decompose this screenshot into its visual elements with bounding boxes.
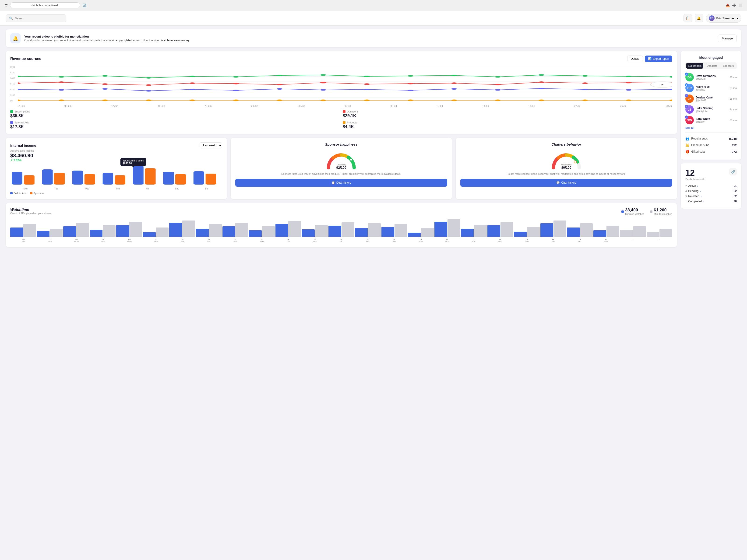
svg-point-29 — [233, 83, 239, 84]
watchtime-stats: 38,400 Minutes watched 61,200 Minutes bl… — [621, 208, 672, 215]
rank-number-2: 2 — [685, 83, 688, 86]
notification-banner: 🔔 Your recent video is eligible for mone… — [6, 29, 741, 47]
revenue-chart-area: $900$750$600$450$300$150$0 — [10, 66, 672, 107]
export-button[interactable]: 📊 Export report — [645, 56, 672, 62]
tab-subscribers[interactable]: Subscribers — [686, 63, 703, 69]
search-box[interactable]: 🔍 — [6, 15, 66, 22]
watchtime-card: Watchtime Count of ADs played on your st… — [6, 203, 677, 247]
dashboard-grid: Revenue sources Details 📊 Export report — [6, 51, 741, 247]
sponsorship-tooltip: Sponsorship deals $950,50 — [120, 158, 146, 166]
chat-history-icon: 💬 — [556, 181, 560, 184]
premium-subs-value: 352 — [731, 143, 737, 147]
svg-point-26 — [102, 83, 108, 85]
deal-history-button[interactable]: 📋 Deal history — [235, 179, 447, 187]
svg-point-63 — [320, 100, 326, 101]
export-icon: 📊 — [648, 57, 651, 60]
svg-point-47 — [320, 89, 326, 90]
internal-income-header: Internal income Last week — [10, 142, 222, 149]
svg-point-51 — [495, 89, 501, 90]
notification-text: Your recent video is eligible for moneti… — [24, 35, 714, 42]
svg-point-33 — [408, 83, 413, 84]
svg-rect-87 — [206, 174, 216, 185]
svg-point-53 — [582, 89, 588, 90]
search-input[interactable] — [15, 17, 63, 20]
right-panel: Most engaged Subscribers Donators Sponso… — [681, 51, 741, 247]
tab-sponsors[interactable]: Sponsors — [721, 63, 736, 69]
manage-button[interactable]: Manage — [718, 34, 737, 42]
watchtime-left: Watchtime Count of ADs played on your st… — [10, 208, 52, 215]
main-content: 🔔 Your recent video is eligible for mone… — [0, 26, 747, 251]
deal-stat-left: 1 Completed › — [686, 200, 704, 203]
tooltip-label: Sponsorship deals — [123, 159, 144, 162]
accumulated-value: $8.460,90 — [10, 153, 222, 159]
svg-point-28 — [189, 82, 195, 84]
svg-point-52 — [538, 88, 544, 89]
bookmarks-button[interactable]: 📋 — [684, 14, 692, 22]
rank-number-4: 4 — [685, 105, 688, 108]
svg-point-36 — [538, 81, 544, 83]
rank-avatar-4: 4 LS — [686, 105, 694, 114]
browser-url: dribbble.com/activeek — [10, 2, 80, 8]
top-nav: 🔍 📋 🔔 ES Eric Streamer ▾ — [0, 11, 747, 26]
refresh-icon[interactable]: 🔄 — [82, 3, 86, 7]
bar-labels: MonTueWedThuFriSatSun — [10, 187, 222, 190]
regular-subs-label: Regular subs — [691, 137, 708, 140]
svg-rect-77 — [54, 173, 65, 185]
notifications-button[interactable]: 🔔 — [695, 14, 703, 22]
stat-donations: Donations $29.1K — [343, 110, 672, 118]
page: 🔍 📋 🔔 ES Eric Streamer ▾ 🔔 Your recent v… — [0, 11, 747, 560]
sponsor-happiness-desc: Sponsor rates your way of advertising th… — [235, 172, 447, 176]
svg-point-62 — [277, 100, 282, 101]
svg-rect-80 — [103, 173, 113, 185]
revenue-header: Revenue sources Details 📊 Export report — [10, 56, 672, 62]
svg-point-18 — [451, 75, 457, 76]
add-tab-icon[interactable]: ➕ — [732, 3, 736, 7]
svg-point-30 — [277, 84, 282, 85]
nav-right: 📋 🔔 ES Eric Streamer ▾ — [684, 14, 741, 23]
svg-rect-74 — [12, 172, 22, 185]
svg-point-41 — [58, 89, 64, 90]
svg-point-54 — [626, 89, 632, 90]
bar-chart-svg — [10, 165, 222, 186]
week-select[interactable]: Last week — [200, 142, 222, 149]
engaged-info-3: Jordan Kane @jordie12 — [696, 96, 728, 102]
rank-avatar-5: 5 SW — [686, 116, 694, 124]
deal-stat-left: 4 Pending › — [686, 189, 701, 193]
regular-subs-icon: 👥 — [686, 137, 689, 140]
deals-label: Deals this month — [686, 178, 704, 181]
svg-point-22 — [626, 76, 632, 77]
stat-external-ads: External Ads $17.3K — [10, 121, 340, 129]
chat-history-button[interactable]: 💬 Chat history — [460, 179, 672, 187]
tabs-icon[interactable]: ⬜ — [738, 3, 742, 7]
svg-rect-79 — [84, 174, 95, 185]
details-button[interactable]: Details — [627, 56, 643, 62]
internal-income-card: Internal income Last week Accumulated in… — [6, 138, 227, 199]
watchtime-header: Watchtime Count of ADs played on your st… — [10, 208, 672, 215]
deals-icon-button[interactable]: 🔗 — [729, 168, 737, 176]
svg-point-9 — [58, 76, 64, 77]
svg-rect-85 — [175, 174, 186, 185]
svg-point-66 — [451, 100, 457, 101]
list-item: 5 SW Sara White @saraw4 23 mo — [686, 116, 737, 124]
revenue-chart-svg: › — [18, 66, 672, 103]
revenue-title: Revenue sources — [10, 57, 41, 61]
stat-products: Products $4.4K — [343, 121, 672, 129]
svg-point-43 — [146, 90, 152, 91]
sponsor-happiness-title: Sponsor happiness — [235, 142, 447, 146]
deal-stat-row: 4 Pending › 82 — [686, 189, 737, 194]
see-all-link[interactable]: See all — [686, 126, 737, 130]
share-icon[interactable]: 📤 — [726, 3, 730, 7]
revenue-stats: Subscriptions $35.3K Donations $29.1K Ex… — [10, 110, 672, 129]
user-menu[interactable]: ES Eric Streamer ▾ — [706, 14, 741, 23]
chevron-down-icon: ▾ — [737, 17, 738, 20]
svg-point-15 — [320, 74, 326, 76]
svg-point-68 — [538, 100, 544, 101]
svg-point-11 — [146, 77, 152, 79]
deals-card: 12 Deals this month 🔗 2 Active › — [681, 163, 741, 209]
svg-point-31 — [320, 82, 326, 83]
svg-point-91 — [574, 161, 576, 163]
premium-subs-left: 👑 Premium subs — [686, 143, 709, 147]
gifted-subs-icon: 🎁 — [686, 150, 689, 154]
svg-point-64 — [364, 100, 370, 101]
tab-donators[interactable]: Donators — [704, 63, 720, 69]
